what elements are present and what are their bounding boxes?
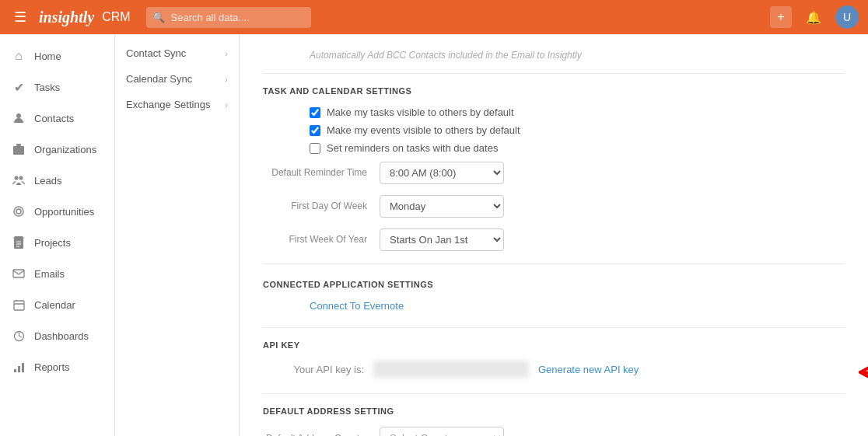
field-row-first-week: First Week Of Year Starts On Jan 1st Fir… [263, 228, 845, 251]
generate-api-key-link[interactable]: Generate new API key [538, 364, 639, 375]
sidebar-item-reports[interactable]: Reports [0, 351, 114, 382]
default-address-label: Default Address Country [263, 433, 380, 437]
truncated-notice: Automatically Add BCC Contacts included … [310, 50, 845, 61]
sidebar-label-reports: Reports [34, 361, 70, 373]
leads-icon [11, 173, 26, 188]
connect-evernote-link[interactable]: Connect To Evernote [310, 300, 404, 312]
first-day-label: First Day Of Week [263, 201, 380, 213]
default-address-section: DEFAULT ADDRESS SETTING Default Address … [263, 406, 845, 436]
field-row-first-day: First Day Of Week Monday Sunday Saturday [263, 195, 845, 218]
address-row: Default Address Country Select Country..… [263, 427, 845, 436]
main-content: Automatically Add BCC Contacts included … [240, 34, 868, 436]
sidebar-label-emails: Emails [34, 268, 65, 280]
reminder-time-label: Default Reminder Time [263, 167, 380, 180]
svg-point-0 [16, 113, 21, 118]
home-icon: ⌂ [11, 48, 26, 64]
first-week-label: First Week Of Year [263, 234, 380, 246]
opportunities-icon [11, 204, 26, 219]
reminder-time-select[interactable]: 8:00 AM (8:00) 9:00 AM (9:00) 10:00 AM (… [380, 162, 504, 184]
sidebar-label-calendar: Calendar [34, 299, 75, 311]
svg-rect-13 [14, 301, 24, 310]
submenu-item-exchange-settings[interactable]: Exchange Settings › [115, 92, 239, 117]
add-button[interactable]: + [770, 6, 792, 28]
sidebar-item-calendar[interactable]: Calendar [0, 289, 114, 320]
checkbox-events-visible[interactable] [310, 125, 320, 136]
sidebar-item-dashboards[interactable]: Dashboards [0, 320, 114, 351]
sidebar-label-dashboards: Dashboards [34, 330, 89, 342]
default-address-select[interactable]: Select Country... [380, 427, 504, 436]
organizations-icon [11, 141, 26, 157]
checkbox-row-events-visible: Make my events visible to others by defa… [310, 124, 845, 136]
sidebar-label-opportunities: Opportunities [34, 206, 94, 218]
sidebar-item-emails[interactable]: Emails [0, 258, 114, 289]
default-address-title: DEFAULT ADDRESS SETTING [263, 406, 845, 416]
connected-section: CONNECTED APPLICATION SETTINGS Connect T… [263, 280, 845, 312]
sidebar-label-organizations: Organizations [34, 144, 96, 155]
svg-rect-6 [16, 144, 21, 146]
tasks-icon: ✔ [11, 79, 26, 95]
chevron-right-icon: › [225, 75, 228, 84]
emails-icon [11, 266, 26, 281]
api-key-label: Your API key is: [263, 364, 364, 375]
search-icon: 🔍 [152, 12, 165, 23]
arrow-annotation [852, 349, 868, 396]
svg-point-7 [15, 176, 19, 180]
avatar[interactable]: U [835, 5, 859, 29]
svg-rect-5 [19, 152, 22, 154]
sidebar-label-leads: Leads [34, 175, 61, 187]
task-calendar-title: TASK AND CALENDAR SETTINGS [263, 86, 845, 96]
submenu: Contact Sync › Calendar Sync › Exchange … [115, 34, 240, 436]
checkbox-row-reminders: Set reminders on tasks with due dates [310, 142, 845, 154]
svg-rect-15 [14, 369, 16, 372]
field-row-reminder-time: Default Reminder Time 8:00 AM (8:00) 9:0… [263, 162, 845, 184]
calendar-icon [11, 297, 26, 312]
first-day-select[interactable]: Monday Sunday Saturday [380, 195, 504, 218]
submenu-item-contact-sync[interactable]: Contact Sync › [115, 40, 239, 66]
svg-point-8 [19, 176, 23, 180]
sidebar-label-tasks: Tasks [34, 82, 60, 93]
submenu-label-contact-sync: Contact Sync [126, 47, 186, 59]
projects-icon [11, 235, 26, 250]
svg-rect-16 [18, 366, 20, 372]
app-logo: insightly [39, 9, 94, 26]
sidebar-item-contacts[interactable]: Contacts [0, 103, 114, 134]
first-week-select[interactable]: Starts On Jan 1st First 4-Day Week First… [380, 228, 504, 251]
contacts-icon [11, 110, 26, 126]
connected-section-title: CONNECTED APPLICATION SETTINGS [263, 280, 845, 289]
sidebar-item-organizations[interactable]: Organizations [0, 134, 114, 165]
svg-rect-1 [13, 146, 24, 155]
topnav-icons: + 🔔 U [770, 5, 859, 29]
search-wrapper: 🔍 [146, 7, 442, 28]
api-row: Your API key is: Generate new API key [263, 361, 845, 378]
submenu-label-exchange-settings: Exchange Settings [126, 99, 210, 110]
sidebar-item-projects[interactable]: Projects [0, 227, 114, 258]
sidebar-item-tasks[interactable]: ✔ Tasks [0, 72, 114, 103]
notifications-button[interactable]: 🔔 [803, 6, 824, 28]
checkbox-reminders[interactable] [310, 143, 320, 154]
chevron-right-icon: › [225, 100, 228, 110]
sidebar-label-home: Home [34, 51, 61, 62]
chevron-right-icon: › [225, 49, 228, 58]
sidebar-item-leads[interactable]: Leads [0, 165, 114, 196]
search-input[interactable] [146, 7, 311, 28]
checkbox-label-events-visible: Make my events visible to others by defa… [327, 124, 520, 136]
sidebar-item-home[interactable]: ⌂ Home [0, 40, 114, 72]
app-name: CRM [102, 10, 130, 24]
reports-icon [11, 359, 26, 375]
svg-rect-3 [19, 148, 22, 151]
api-section-title: API KEY [263, 340, 845, 350]
sidebar-label-contacts: Contacts [34, 113, 74, 124]
sidebar-label-projects: Projects [34, 237, 71, 249]
checkbox-row-tasks-visible: Make my tasks visible to others by defau… [310, 106, 845, 118]
dashboards-icon [11, 328, 26, 344]
submenu-item-calendar-sync[interactable]: Calendar Sync › [115, 66, 239, 92]
checkbox-tasks-visible[interactable] [310, 107, 320, 118]
svg-point-9 [14, 207, 23, 216]
sidebar-item-opportunities[interactable]: Opportunities [0, 196, 114, 227]
task-calendar-section: TASK AND CALENDAR SETTINGS Make my tasks… [263, 86, 845, 251]
menu-button[interactable]: ☰ [9, 6, 31, 28]
checkbox-label-reminders: Set reminders on tasks with due dates [327, 142, 498, 154]
svg-rect-4 [16, 152, 18, 154]
api-key-value [373, 361, 529, 378]
svg-rect-2 [16, 148, 18, 151]
